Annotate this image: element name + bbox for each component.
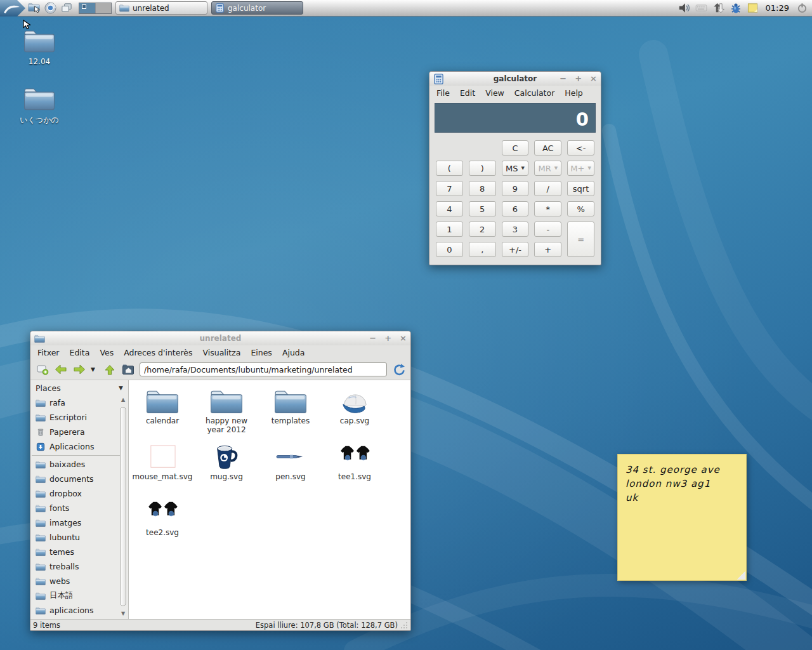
keyboard-icon[interactable] bbox=[695, 2, 708, 15]
menu-visualitza[interactable]: Visualitza bbox=[197, 347, 246, 359]
minimize-button[interactable]: − bbox=[560, 72, 566, 86]
key-minus[interactable]: - bbox=[534, 222, 561, 237]
home-icon[interactable] bbox=[121, 363, 135, 376]
sticky-note[interactable]: 34 st. george ave london nw3 ag1 uk bbox=[617, 454, 747, 581]
bug-icon[interactable] bbox=[730, 2, 742, 15]
key-percent[interactable]: % bbox=[567, 201, 594, 216]
key-plus[interactable]: + bbox=[534, 242, 561, 257]
file-pen[interactable]: pen.svg bbox=[259, 444, 322, 500]
key-sqrt[interactable]: sqrt bbox=[567, 181, 594, 196]
windows-icon[interactable] bbox=[58, 1, 75, 16]
sidebar-mode-select[interactable]: Places ▼ bbox=[30, 380, 128, 395]
key-right-paren[interactable]: ) bbox=[469, 161, 496, 176]
sidebar-item-aplicacions[interactable]: Aplicacions bbox=[30, 439, 128, 454]
maximize-button[interactable]: + bbox=[575, 72, 582, 86]
workspace-pager[interactable] bbox=[79, 3, 112, 14]
taskbar-item-galculator[interactable]: galculator bbox=[211, 1, 303, 15]
menu-adreces[interactable]: Adreces d'interès bbox=[119, 347, 197, 359]
key-7[interactable]: 7 bbox=[436, 181, 463, 196]
menu-eines[interactable]: Eines bbox=[246, 347, 277, 359]
key-memory-plus[interactable]: M+▼ bbox=[567, 161, 594, 176]
forward-icon[interactable] bbox=[72, 363, 86, 376]
key-4[interactable]: 4 bbox=[436, 201, 463, 216]
scroll-down-icon[interactable]: ▼ bbox=[119, 611, 127, 616]
key-backspace[interactable]: <- bbox=[567, 140, 594, 156]
key-plusminus[interactable]: +/- bbox=[502, 242, 529, 257]
file-manager-launcher-icon[interactable] bbox=[25, 1, 42, 16]
workspace-2[interactable] bbox=[95, 3, 112, 13]
file-tee1[interactable]: tee1.svg bbox=[324, 444, 386, 500]
key-1[interactable]: 1 bbox=[436, 222, 463, 237]
key-6[interactable]: 6 bbox=[502, 201, 529, 216]
key-0[interactable]: 0 bbox=[436, 242, 463, 257]
sidebar-item-documents[interactable]: documents bbox=[30, 472, 128, 486]
key-5[interactable]: 5 bbox=[469, 201, 496, 216]
lubuntu-menu-icon[interactable] bbox=[0, 0, 25, 17]
scrollbar-thumb[interactable] bbox=[120, 407, 126, 606]
menu-file[interactable]: File bbox=[431, 87, 455, 99]
menu-view[interactable]: View bbox=[480, 87, 509, 99]
file-mug[interactable]: mug.svg bbox=[195, 444, 258, 500]
chromium-icon[interactable] bbox=[42, 1, 58, 16]
key-divide[interactable]: / bbox=[534, 181, 561, 196]
menu-fitxer[interactable]: Fitxer bbox=[32, 347, 65, 359]
new-tab-icon[interactable] bbox=[36, 363, 49, 376]
key-equals[interactable]: = bbox=[567, 222, 594, 257]
key-3[interactable]: 3 bbox=[502, 222, 529, 237]
note-resize-grip[interactable] bbox=[737, 571, 745, 580]
power-icon[interactable] bbox=[796, 2, 808, 15]
sidebar-item-fonts[interactable]: fonts bbox=[30, 501, 128, 515]
notes-icon[interactable] bbox=[747, 2, 759, 15]
file-happy-new-year[interactable]: happy new year 2012 bbox=[195, 388, 258, 444]
menu-edita[interactable]: Edita bbox=[65, 347, 95, 359]
sidebar-item-imatges[interactable]: imatges bbox=[30, 515, 128, 530]
minimize-button[interactable]: − bbox=[369, 331, 376, 345]
clock[interactable]: 01:29 bbox=[764, 3, 791, 13]
network-arrows-icon[interactable] bbox=[712, 2, 725, 15]
key-8[interactable]: 8 bbox=[469, 181, 496, 196]
menu-ajuda[interactable]: Ajuda bbox=[277, 347, 310, 359]
desktop-icon-ikutsukano[interactable]: いくつかの bbox=[13, 86, 66, 126]
file-manager-titlebar[interactable]: unrelated − + × bbox=[30, 331, 410, 345]
file-templates[interactable]: templates bbox=[259, 388, 322, 444]
sidebar-item-baixades[interactable]: baixades bbox=[30, 457, 128, 472]
key-memory-store[interactable]: MS▼ bbox=[502, 161, 529, 176]
sidebar-item-lubuntu[interactable]: lubuntu bbox=[30, 530, 128, 545]
key-multiply[interactable]: * bbox=[534, 201, 561, 216]
taskbar-item-unrelated[interactable]: unrelated bbox=[115, 1, 207, 15]
sidebar-item-escriptori[interactable]: Escriptori bbox=[30, 410, 128, 425]
sidebar-item-webs[interactable]: webs bbox=[30, 574, 128, 588]
path-input[interactable] bbox=[140, 362, 387, 376]
key-left-paren[interactable]: ( bbox=[436, 161, 463, 176]
file-mouse-mat[interactable]: mouse_mat.svg bbox=[131, 444, 193, 500]
sidebar-item-dropbox[interactable]: dropbox bbox=[30, 486, 128, 501]
resize-grip[interactable] bbox=[400, 621, 408, 629]
file-cap[interactable]: cap.svg bbox=[324, 388, 386, 444]
calculator-titlebar[interactable]: galculator − + × bbox=[429, 72, 601, 86]
close-button[interactable]: × bbox=[590, 72, 597, 86]
menu-edit[interactable]: Edit bbox=[455, 87, 480, 99]
workspace-1[interactable] bbox=[79, 3, 95, 13]
sidebar-item-treballs[interactable]: treballs bbox=[30, 559, 128, 574]
sidebar-item-aplicacions-bm[interactable]: aplicacions bbox=[30, 603, 128, 618]
key-all-clear[interactable]: AC bbox=[534, 140, 561, 156]
sidebar-item-rafa[interactable]: rafa bbox=[30, 395, 128, 410]
reload-icon[interactable] bbox=[391, 363, 405, 376]
history-dropdown-icon[interactable]: ▼ bbox=[91, 366, 98, 373]
key-9[interactable]: 9 bbox=[502, 181, 529, 196]
maximize-button[interactable]: + bbox=[384, 331, 391, 345]
key-memory-recall[interactable]: MR▼ bbox=[534, 161, 561, 176]
sidebar-item-temes[interactable]: temes bbox=[30, 545, 128, 559]
sidebar-item-paperera[interactable]: Paperera bbox=[30, 425, 128, 439]
file-tee2[interactable]: tee2.svg bbox=[131, 500, 193, 555]
key-comma[interactable]: , bbox=[469, 242, 496, 257]
key-2[interactable]: 2 bbox=[469, 222, 496, 237]
key-clear[interactable]: C bbox=[502, 140, 529, 156]
volume-icon[interactable] bbox=[678, 2, 691, 15]
file-calendar[interactable]: calendar bbox=[131, 388, 193, 444]
menu-calculator[interactable]: Calculator bbox=[509, 87, 560, 99]
close-button[interactable]: × bbox=[400, 331, 407, 345]
menu-ves[interactable]: Ves bbox=[95, 347, 119, 359]
up-icon[interactable] bbox=[103, 363, 117, 376]
desktop-icon-1204[interactable]: 12.04 bbox=[13, 28, 66, 66]
